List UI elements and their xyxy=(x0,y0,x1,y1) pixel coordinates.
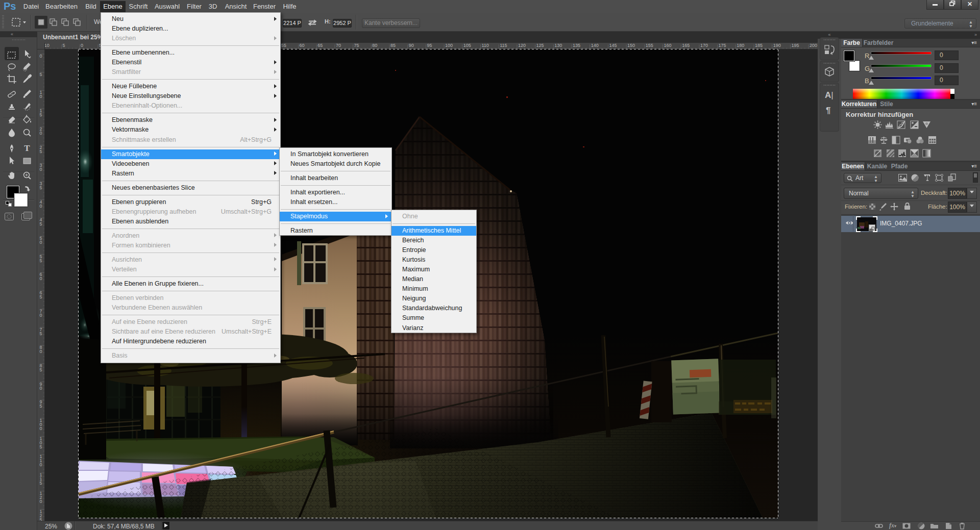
svg-text:T: T xyxy=(24,143,30,153)
